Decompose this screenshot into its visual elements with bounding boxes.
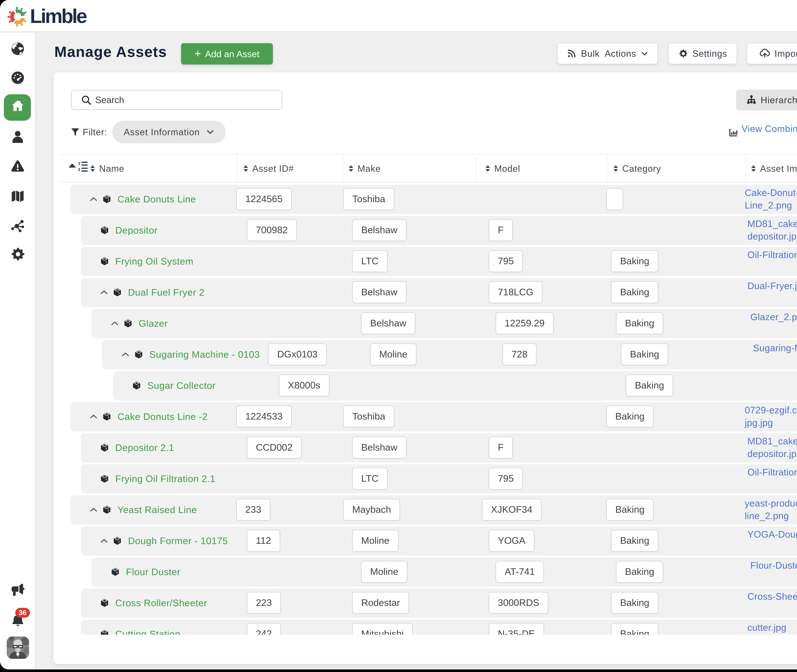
svg-text:1: 1: [78, 161, 80, 166]
svg-text:2: 2: [78, 167, 80, 172]
